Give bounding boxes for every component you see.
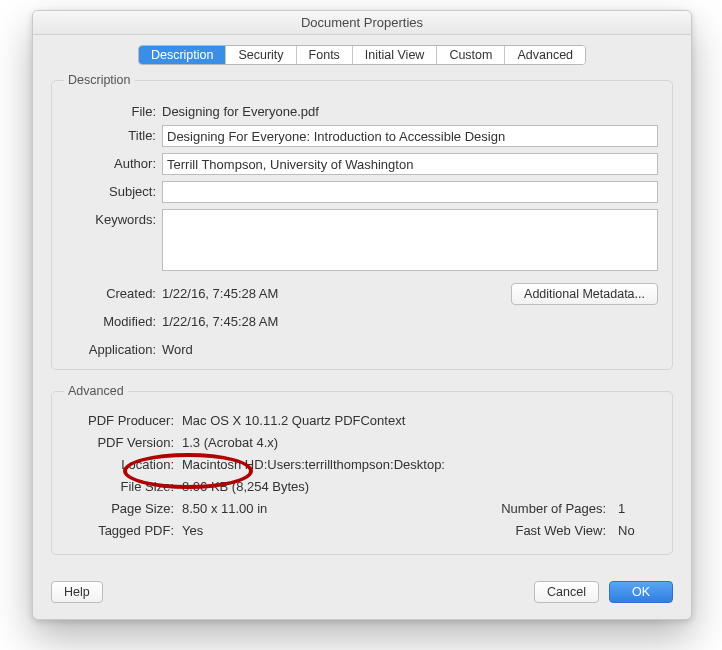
- location-value: Macintosh HD:Users:terrillthompson:Deskt…: [182, 455, 445, 472]
- document-properties-window: Document Properties Description Security…: [32, 10, 692, 620]
- location-label: Location:: [66, 455, 182, 472]
- filesize-label: File Size:: [66, 477, 182, 494]
- ok-button[interactable]: OK: [609, 581, 673, 603]
- file-label: File:: [66, 101, 162, 119]
- tab-advanced[interactable]: Advanced: [504, 46, 585, 64]
- additional-metadata-button[interactable]: Additional Metadata...: [511, 283, 658, 305]
- advanced-group: Advanced PDF Producer: Mac OS X 10.11.2 …: [51, 384, 673, 555]
- fastweb-label: Fast Web View:: [515, 521, 614, 538]
- version-value: 1.3 (Acrobat 4.x): [182, 433, 278, 450]
- author-field[interactable]: [162, 153, 658, 175]
- pagesize-value: 8.50 x 11.00 in: [182, 499, 267, 516]
- tab-security[interactable]: Security: [225, 46, 295, 64]
- title-field[interactable]: [162, 125, 658, 147]
- created-label: Created:: [66, 283, 162, 301]
- tagged-label: Tagged PDF:: [66, 521, 182, 538]
- tabs: Description Security Fonts Initial View …: [33, 35, 691, 73]
- subject-field[interactable]: [162, 181, 658, 203]
- producer-label: PDF Producer:: [66, 411, 182, 428]
- fastweb-value: No: [618, 521, 658, 538]
- description-group: Description File: Designing for Everyone…: [51, 73, 673, 370]
- tab-custom[interactable]: Custom: [436, 46, 504, 64]
- application-value: Word: [162, 339, 658, 357]
- tagged-value: Yes: [182, 521, 203, 538]
- producer-value: Mac OS X 10.11.2 Quartz PDFContext: [182, 411, 405, 428]
- tab-segmented-control: Description Security Fonts Initial View …: [138, 45, 586, 65]
- modified-value: 1/22/16, 7:45:28 AM: [162, 311, 658, 329]
- content: Description File: Designing for Everyone…: [33, 73, 691, 555]
- pagesize-label: Page Size:: [66, 499, 182, 516]
- help-button[interactable]: Help: [51, 581, 103, 603]
- application-label: Application:: [66, 339, 162, 357]
- author-label: Author:: [66, 153, 162, 171]
- keywords-label: Keywords:: [66, 209, 162, 227]
- cancel-button[interactable]: Cancel: [534, 581, 599, 603]
- advanced-legend: Advanced: [64, 384, 128, 398]
- title-label: Title:: [66, 125, 162, 143]
- footer: Help Cancel OK: [33, 569, 691, 619]
- tab-initial-view[interactable]: Initial View: [352, 46, 437, 64]
- numpages-value: 1: [618, 499, 658, 516]
- description-legend: Description: [64, 73, 135, 87]
- numpages-label: Number of Pages:: [501, 499, 614, 516]
- created-value: 1/22/16, 7:45:28 AM: [162, 283, 503, 301]
- file-value: Designing for Everyone.pdf: [162, 101, 658, 119]
- keywords-field[interactable]: [162, 209, 658, 271]
- window-title: Document Properties: [33, 11, 691, 35]
- subject-label: Subject:: [66, 181, 162, 199]
- filesize-value: 8.06 KB (8,254 Bytes): [182, 477, 309, 494]
- tab-description[interactable]: Description: [139, 46, 226, 64]
- modified-label: Modified:: [66, 311, 162, 329]
- version-label: PDF Version:: [66, 433, 182, 450]
- tab-fonts[interactable]: Fonts: [296, 46, 352, 64]
